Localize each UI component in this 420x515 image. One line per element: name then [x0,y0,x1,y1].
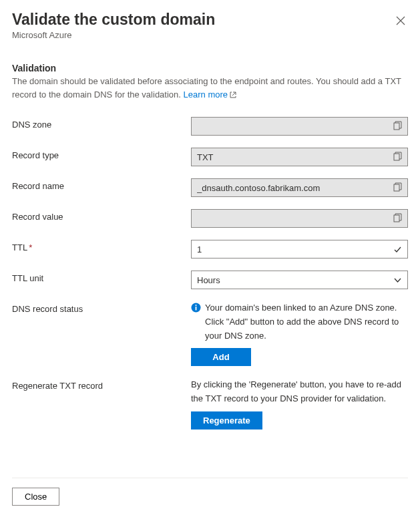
record-name-field: _dnsauth.contoso.fabrikam.com [191,178,408,197]
regenerate-button[interactable]: Regenerate [191,411,262,430]
copy-dns-zone-button[interactable] [392,120,403,134]
copy-record-type-button[interactable] [392,150,403,164]
copy-record-name-button[interactable] [392,181,403,195]
ttl-label: TTL* [12,240,191,252]
panel-footer: Close [12,470,408,506]
ttl-value: 1 [197,244,202,254]
info-icon [191,303,201,313]
svg-rect-5 [196,307,197,311]
required-indicator: * [29,242,32,252]
dns-zone-label: DNS zone [12,117,191,130]
panel-subtitle: Microsoft Azure [12,30,215,40]
svg-point-6 [195,305,196,306]
record-type-label: Record type [12,148,191,160]
record-type-field: TXT [191,148,408,166]
add-button[interactable]: Add [191,348,251,366]
copy-icon [393,182,402,192]
svg-rect-0 [394,123,399,130]
record-value-field [191,209,408,228]
close-icon [396,16,405,25]
close-button-top[interactable] [393,13,408,30]
svg-rect-2 [394,184,399,191]
svg-rect-3 [394,215,399,222]
copy-icon [393,152,402,161]
validation-description: The domain should be validated before as… [12,75,408,101]
dns-status-message: Your domain's been linked to an Azure DN… [205,301,408,343]
ttl-unit-select[interactable]: Hours [191,271,408,289]
copy-icon [393,213,402,222]
record-type-value: TXT [197,152,214,162]
svg-rect-1 [394,154,399,160]
external-link-icon [229,91,237,99]
copy-icon [393,121,402,130]
dns-zone-field [191,117,408,136]
divider [12,478,408,478]
ttl-select[interactable]: 1 [191,240,408,259]
panel-title: Validate the custom domain [12,11,215,29]
record-name-label: Record name [12,178,191,191]
close-button-bottom[interactable]: Close [12,488,59,506]
record-value-label: Record value [12,209,191,222]
regenerate-message: By clicking the 'Regenerate' button, you… [191,378,408,406]
ttl-unit-label: TTL unit [12,271,191,283]
dns-status-label: DNS record status [12,301,191,314]
check-icon [393,245,402,254]
learn-more-link[interactable]: Learn more [184,90,237,100]
ttl-unit-value: Hours [197,275,220,285]
regenerate-label: Regenerate TXT record [12,378,191,391]
chevron-down-icon [393,276,402,285]
validation-heading: Validation [12,63,408,73]
copy-record-value-button[interactable] [392,212,403,226]
record-name-value: _dnsauth.contoso.fabrikam.com [197,183,320,193]
learn-more-text: Learn more [184,90,228,100]
